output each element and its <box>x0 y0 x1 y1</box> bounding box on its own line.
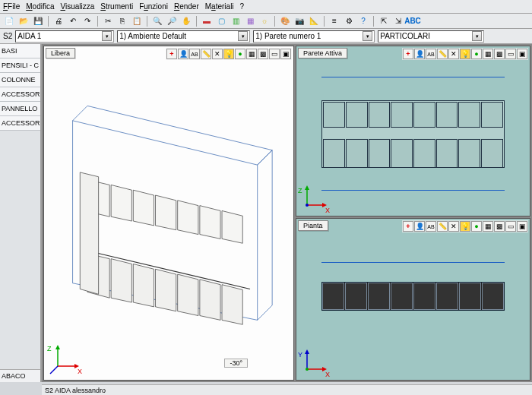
redo-icon[interactable]: ↷ <box>81 15 93 27</box>
project-dropdown[interactable]: AIDA 1▾ <box>15 30 114 43</box>
help-icon[interactable]: ? <box>357 15 369 27</box>
tool-plus-icon[interactable]: + <box>403 221 413 232</box>
tool-grid-icon[interactable]: ▩ <box>258 49 268 59</box>
tool-tools-icon[interactable]: ✕ <box>448 221 459 232</box>
svg-marker-11 <box>305 349 309 354</box>
parete-dropdown[interactable]: 1) Parete numero 1▾ <box>253 30 375 43</box>
tool-person-icon[interactable]: 👤 <box>414 221 425 232</box>
tool-sphere-icon[interactable]: ● <box>235 49 245 59</box>
tool-rect-icon[interactable]: ▭ <box>505 49 516 59</box>
tool-ab-icon[interactable]: AB <box>426 49 436 59</box>
zoom-out-icon[interactable]: 🔎 <box>166 15 178 27</box>
camera-icon[interactable]: 📷 <box>293 15 306 27</box>
tool-cube-icon[interactable]: ▦ <box>483 49 493 59</box>
text-icon[interactable]: ABC <box>407 15 419 27</box>
kitchen-elevation <box>321 100 504 169</box>
tool-cube-icon[interactable]: ▦ <box>483 221 493 232</box>
view-angle: -30° <box>224 359 248 368</box>
save-icon[interactable]: 💾 <box>32 15 44 27</box>
tool-rect-icon[interactable]: ▭ <box>269 49 280 59</box>
tool-person-icon[interactable]: 👤 <box>414 49 425 59</box>
cabinet-icon[interactable]: ▦ <box>244 15 256 27</box>
sidebar-item-accessori2[interactable]: ACCESSORI <box>0 116 40 131</box>
tool-cube-icon[interactable]: ▦ <box>246 49 257 59</box>
panel-title-active-wall: Parete Attiva <box>298 48 347 58</box>
tool-plus-icon[interactable]: + <box>403 49 413 59</box>
tool-view-icon[interactable]: ▣ <box>517 49 527 59</box>
menu-render[interactable]: Render <box>174 2 199 11</box>
light-icon[interactable]: ☼ <box>258 15 271 27</box>
layer-icon[interactable]: ≡ <box>328 15 340 27</box>
menu-funzioni[interactable]: Funzioni <box>139 2 168 11</box>
tool-sphere-icon[interactable]: ● <box>471 49 482 59</box>
axis-x-label: X <box>325 207 330 214</box>
wall-icon[interactable]: ▬ <box>201 15 213 27</box>
menu-strumenti[interactable]: Strumenti <box>100 2 133 11</box>
panel-title-free: Libera <box>46 48 75 58</box>
sidebar-item-accessori[interactable]: ACCESSORI <box>0 87 40 102</box>
tool-view-icon[interactable]: ▣ <box>280 49 291 59</box>
tool-ab-icon[interactable]: AB <box>189 49 200 59</box>
tool-bulb-icon[interactable]: 💡 <box>460 221 470 232</box>
new-icon[interactable]: 📄 <box>3 15 15 27</box>
svg-point-14 <box>306 368 309 371</box>
tool-view-icon[interactable]: ▣ <box>517 221 527 232</box>
tool-person-icon[interactable]: 👤 <box>178 49 188 59</box>
mode-dropdown[interactable]: PARTICOLARI▾ <box>378 30 484 43</box>
ambiente-dropdown[interactable]: 1) Ambiente Default▾ <box>117 30 250 43</box>
axis-indicator-zx <box>301 184 328 211</box>
tool-sphere-icon[interactable]: ● <box>471 221 482 232</box>
open-icon[interactable]: 📂 <box>17 15 30 27</box>
cut-icon[interactable]: ✂ <box>102 15 114 27</box>
tool-bulb-icon[interactable]: 💡 <box>460 49 470 59</box>
elevation-drawing[interactable] <box>312 69 515 193</box>
sidebar-abaco[interactable]: ABACO <box>0 369 40 382</box>
project-code-label: S2 <box>3 32 12 40</box>
zoom-in-icon[interactable]: 🔍 <box>151 15 163 27</box>
sidebar-item-colonne[interactable]: COLONNE <box>0 73 40 87</box>
export-icon[interactable]: ⇱ <box>378 15 390 27</box>
kitchen-plan-view <box>321 282 504 311</box>
tool-ruler-icon[interactable]: 📏 <box>437 221 448 232</box>
window-icon[interactable]: ▥ <box>230 15 242 27</box>
sidebar-item-pannello[interactable]: PANNELLO <box>0 102 40 116</box>
import-icon[interactable]: ⇲ <box>392 15 404 27</box>
panel-tools-plan: + 👤 AB 📏 ✕ 💡 ● ▦ ▩ ▭ ▣ <box>402 220 528 232</box>
axis-indicator-yx <box>301 348 328 375</box>
tool-bulb-icon[interactable]: 💡 <box>223 49 234 59</box>
copy-icon[interactable]: ⎘ <box>116 15 128 27</box>
tool-tools-icon[interactable]: ✕ <box>212 49 223 59</box>
tool-ruler-icon[interactable]: 📏 <box>201 49 211 59</box>
panel-free[interactable]: Libera + 👤 AB 📏 ✕ 💡 ● ▦ ▩ ▭ ▣ <box>43 46 294 381</box>
measure-icon[interactable]: 📐 <box>308 15 320 27</box>
menu-visualizza[interactable]: Visualizza <box>60 2 94 11</box>
paste-icon[interactable]: 📋 <box>131 15 143 27</box>
menu-materiali[interactable]: Materiali <box>205 2 234 11</box>
print-icon[interactable]: 🖨 <box>52 15 65 27</box>
menu-help[interactable]: ? <box>240 2 245 11</box>
tool-ab-icon[interactable]: AB <box>426 221 436 232</box>
settings-icon[interactable]: ⚙ <box>343 15 355 27</box>
tool-grid-icon[interactable]: ▩ <box>494 221 505 232</box>
menu-file[interactable]: FFile <box>3 2 20 11</box>
sidebar-item-basi[interactable]: BASI <box>0 44 40 58</box>
render-icon[interactable]: 🎨 <box>279 15 291 27</box>
tool-plus-icon[interactable]: + <box>166 49 177 59</box>
sidebar-item-pensili[interactable]: PENSILI - C <box>0 58 40 73</box>
panel-active-wall[interactable]: Parete Attiva + 👤 AB 📏 ✕ 💡 ● ▦ ▩ ▭ ▣ <box>296 46 530 216</box>
chevron-down-icon[interactable]: ▾ <box>472 31 482 41</box>
pan-icon[interactable]: ✋ <box>180 15 192 27</box>
plan-drawing[interactable] <box>312 242 515 357</box>
chevron-down-icon[interactable]: ▾ <box>238 31 248 41</box>
tool-rect-icon[interactable]: ▭ <box>505 221 516 232</box>
tool-ruler-icon[interactable]: 📏 <box>437 49 448 59</box>
isometric-view[interactable] <box>48 62 290 357</box>
door-icon[interactable]: ▢ <box>215 15 227 27</box>
tool-tools-icon[interactable]: ✕ <box>448 49 459 59</box>
tool-grid-icon[interactable]: ▩ <box>494 49 505 59</box>
chevron-down-icon[interactable]: ▾ <box>102 31 112 41</box>
chevron-down-icon[interactable]: ▾ <box>363 31 372 41</box>
menu-modifica[interactable]: Modifica <box>26 2 54 11</box>
undo-icon[interactable]: ↶ <box>67 15 79 27</box>
panel-plan[interactable]: Pianta + 👤 AB 📏 ✕ 💡 ● ▦ ▩ ▭ ▣ <box>296 218 530 381</box>
